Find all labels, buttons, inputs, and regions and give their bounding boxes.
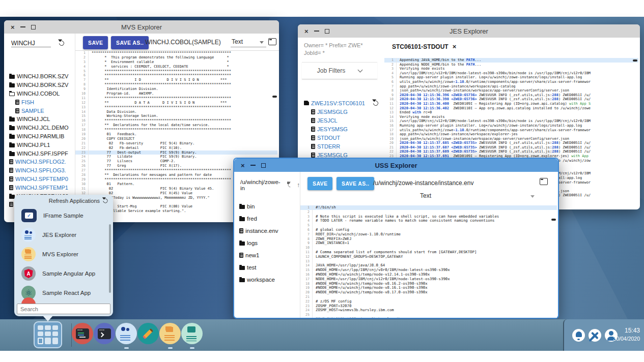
line-number: 12 — [75, 101, 89, 105]
tree-item[interactable]: WINCHJ.SPFTEMP0 — [9, 175, 74, 184]
scrollbar-thumb[interactable] — [633, 59, 637, 62]
document-icon — [9, 176, 13, 182]
tree-item[interactable]: WINCHJ.SPF.ISPPF — [9, 149, 74, 158]
taskbar-app-terminal[interactable] — [94, 323, 115, 344]
close-icon[interactable]: × — [241, 162, 245, 169]
launcher-item-jes[interactable]: JES Explorer — [21, 225, 108, 245]
tree-item[interactable]: test — [239, 261, 299, 274]
tree-item[interactable]: new1 — [239, 249, 299, 261]
popup-scrollbar[interactable] — [109, 224, 111, 293]
taskbar-app-uss-explorer[interactable] — [181, 323, 203, 344]
open-in-new-icon[interactable] — [540, 178, 548, 185]
tree-item[interactable]: bin — [239, 200, 299, 213]
tree-item[interactable]: STDOUT — [304, 133, 383, 142]
minimize-icon[interactable] — [250, 165, 256, 166]
tree-item[interactable]: WINCHJ.BORK.SZV — [9, 81, 74, 89]
mvs-dataset-panel: WINCHJ.BORK.SZVWINCHJ.BORK.SZVWINCHJ.COB… — [4, 34, 75, 221]
tree-item[interactable]: WINCHJ.JCL — [9, 115, 74, 124]
scrollbar-thumb[interactable] — [551, 219, 556, 221]
open-in-new-icon[interactable] — [268, 38, 276, 45]
tree-item-label: WINCHJ.SPF.ISPPF — [17, 150, 68, 157]
tree-item[interactable]: WINCHJ.PL1 — [9, 140, 74, 149]
save-button[interactable]: SAVE — [83, 36, 108, 49]
tree-item[interactable]: WINCHJ.COBOL — [9, 89, 74, 98]
tree-item[interactable]: ZWEJ1SV:STC06101 — [304, 99, 383, 107]
save-button[interactable]: SAVE — [307, 177, 332, 190]
line-number: 31 — [75, 187, 89, 191]
mode-select[interactable]: Text — [232, 38, 243, 45]
launcher-item-mvs[interactable]: MVS Explorer — [21, 245, 108, 264]
close-icon[interactable]: × — [11, 24, 15, 31]
tree-item[interactable]: WINCHJ.JCL.DEMO — [9, 124, 74, 132]
line-number: 9 — [300, 241, 313, 246]
refresh-icon[interactable] — [58, 40, 65, 47]
settings-tools-icon[interactable] — [589, 329, 601, 342]
uss-path-input[interactable]: /u/winchj/zowe-in — [240, 179, 284, 191]
refresh-icon[interactable] — [372, 99, 379, 106]
tree-item[interactable]: WINCHJ.BORK.SZV — [9, 72, 74, 81]
job-filters-accordion[interactable]: Job Filters — [302, 62, 377, 79]
tree-item[interactable]: WINCHJ.SPFLOG3. — [9, 166, 74, 175]
tree-item[interactable]: FISH — [9, 98, 74, 106]
tree-item[interactable]: WINCHJ.SPFLOG2. — [9, 158, 74, 166]
close-icon[interactable]: × — [304, 28, 309, 35]
line-number: 1 — [75, 51, 89, 55]
scrollbar-thumb[interactable] — [272, 96, 277, 98]
line-number: 11 — [300, 250, 313, 255]
line-number: 27 — [75, 168, 89, 173]
dataset-filter-input[interactable] — [11, 40, 51, 47]
tree-item[interactable]: WINCHJ.SPFTEMP1 — [9, 183, 74, 192]
line-number: 14 — [75, 110, 89, 114]
refresh-applications-button[interactable]: Refresh Applications — [49, 198, 108, 204]
taskbar-app-jes-explorer[interactable] — [116, 323, 137, 344]
minimize-icon[interactable] — [314, 31, 319, 32]
chevron-down-icon[interactable] — [260, 41, 264, 44]
maximize-icon[interactable] — [261, 163, 266, 168]
tab-stdout[interactable]: STC06101-STDOUT × — [392, 43, 456, 50]
maximize-icon[interactable] — [325, 29, 329, 34]
tree-item-label: instance.env — [245, 228, 278, 234]
line-number: 21 — [300, 295, 313, 299]
tree-item[interactable]: WINCHJ.PARMLIB — [9, 132, 74, 141]
up-directory-icon[interactable]: ↑ — [297, 182, 300, 189]
log-line: 212020-04-30 12:15:37.687 <ZWED:65735> Z… — [384, 145, 638, 150]
launcher-item-angular[interactable]: Sample Angular App — [21, 264, 108, 283]
tree-item-label: test — [247, 264, 257, 270]
tree-item[interactable]: SAMPLE — [9, 106, 74, 115]
log-line: 202020-04-30 12:15:37.685 <ZWED:65735> Z… — [384, 141, 638, 145]
save-as-button[interactable]: SAVE AS.. — [337, 177, 374, 190]
job-filter-summary: Owner= * Prefix= ZWE* JobId= * — [304, 42, 380, 57]
line-number: 21 — [75, 141, 89, 146]
taskbar-app-editor-pencil[interactable] — [137, 323, 159, 344]
app-search-input[interactable] — [17, 304, 110, 314]
tree-item[interactable]: STDERR — [304, 142, 383, 150]
tree-item[interactable]: fred — [239, 213, 299, 225]
minimize-icon[interactable] — [20, 26, 25, 27]
env-file-editor[interactable]: 1#!/bin/sh23# Note this script is execut… — [300, 205, 557, 318]
chevron-down-icon[interactable] — [530, 195, 535, 198]
tab-close-icon[interactable]: × — [453, 43, 457, 50]
mode-select-row[interactable]: Text — [300, 190, 558, 203]
save-as-button[interactable]: SAVE AS.. — [111, 36, 149, 49]
launcher-item-iframe[interactable]: IFrame Sample — [21, 206, 108, 225]
tree-item[interactable]: JESJCL — [304, 116, 383, 125]
tree-item[interactable]: JESYSMSG — [304, 125, 383, 133]
editor-line: 17 ** Declarations for the local date/ti… — [75, 123, 277, 128]
taskbar-app-mvs-explorer[interactable] — [159, 323, 181, 344]
job-icon — [304, 101, 309, 105]
maximize-icon[interactable] — [31, 25, 36, 29]
app-launcher-button[interactable] — [34, 321, 62, 348]
line-number: 10 — [300, 246, 313, 250]
taskbar-app-code-editor[interactable] — [72, 323, 93, 344]
folder-icon — [9, 126, 15, 130]
tree-item[interactable]: workspace — [239, 274, 299, 286]
tree-item[interactable]: JESMSGLG — [304, 107, 383, 116]
notifications-bell-icon[interactable] — [572, 329, 585, 342]
tree-item[interactable]: instance.env — [239, 225, 299, 237]
document-icon — [15, 108, 19, 113]
mode-select[interactable]: Text — [420, 192, 431, 199]
tree-item[interactable]: logs — [239, 237, 299, 249]
refresh-icon[interactable] — [287, 182, 293, 188]
folder-icon — [9, 75, 15, 79]
launcher-item-react[interactable]: ⚛Sample React App — [21, 283, 108, 303]
